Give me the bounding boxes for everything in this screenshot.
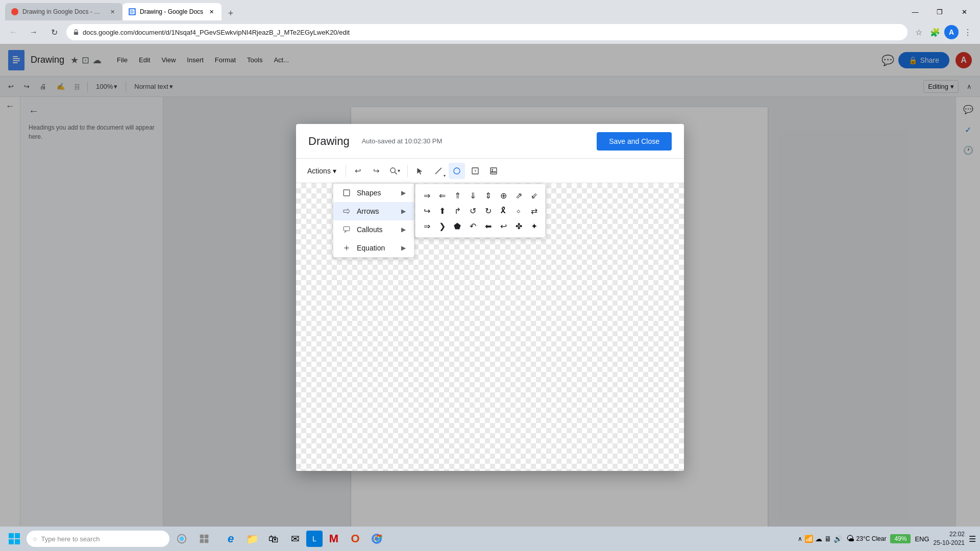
browser-profile-avatar[interactable]: A [944, 25, 959, 39]
drawing-modal: Drawing Auto-saved at 10:02:30 PM Save a… [296, 124, 684, 471]
taskbar-office-icon[interactable]: O [345, 529, 365, 549]
svg-line-12 [395, 172, 397, 174]
arrow-curved-right[interactable]: ↪ [420, 204, 434, 218]
arrow-ribbon[interactable]: 🎗 [496, 204, 510, 218]
start-button[interactable] [4, 529, 24, 549]
taskbar-mcafee-icon[interactable]: M [324, 529, 344, 549]
extensions-icon[interactable]: 🧩 [928, 25, 942, 39]
chrome-logo-icon [371, 533, 383, 545]
callouts-menu-item[interactable]: Callouts ▶ [333, 220, 414, 239]
minimize-button[interactable]: — [903, 3, 927, 20]
arrows-submenu: ⇒ ⇐ ⇑ ⇓ ⇕ ⊕ ⇗ ⇙ ↪ ⬆ ↱ ↺ ↻ 🎗 [415, 184, 546, 238]
arrow-down[interactable]: ⇓ [465, 188, 480, 203]
drawing-redo-btn[interactable]: ↪ [369, 163, 385, 179]
close-button[interactable]: ✕ [952, 3, 976, 20]
arrow-curved-up[interactable]: ↶ [465, 219, 480, 233]
display-tray-icon[interactable]: 🖥 [824, 535, 831, 543]
shapes-tool-btn[interactable] [449, 163, 465, 179]
cortana-button[interactable] [172, 529, 192, 549]
svg-point-14 [454, 168, 460, 174]
svg-rect-27 [15, 539, 20, 544]
arrow-up[interactable]: ⇑ [450, 188, 464, 203]
new-tab-button[interactable]: + [224, 6, 238, 20]
zoom-icon [389, 167, 398, 175]
more-options-icon[interactable]: ⋮ [961, 25, 975, 39]
taskbar-store-icon[interactable]: 🛍 [263, 529, 284, 549]
toolbar-divider-actions [346, 165, 346, 177]
address-bar[interactable]: docs.google.com/document/d/1Nsqaf4_PGevS… [66, 24, 908, 40]
network-icon[interactable]: 📶 [804, 535, 813, 543]
actions-arrow-icon: ▾ [333, 167, 336, 175]
arrow-chevron[interactable]: ❯ [435, 219, 449, 233]
arrow-notched[interactable]: ⬦ [511, 204, 526, 218]
arrow-up-right[interactable]: ⬆ [435, 204, 449, 218]
battery-section: 🌤 23°C Clear [846, 534, 887, 543]
arrow-up-down[interactable]: ⇕ [481, 188, 495, 203]
taskbar-search-bar[interactable]: ○ Type here to search [27, 531, 169, 547]
forward-button[interactable]: → [26, 24, 42, 40]
arrow-loop-right[interactable]: ↻ [481, 204, 495, 218]
browser-tab-1[interactable]: Drawing in Google Docs - Goog ✕ [5, 3, 122, 20]
taskbar-search-placeholder: Type here to search [41, 535, 100, 543]
shapes-item-arrow: ▶ [401, 189, 406, 196]
select-tool-btn[interactable] [412, 163, 428, 179]
task-view-button[interactable] [194, 529, 214, 549]
arrow-bent[interactable]: ↱ [450, 204, 464, 218]
toolbar-divider-zoom [407, 165, 408, 177]
actions-menu-button[interactable]: Actions ▾ [302, 165, 341, 177]
taskbar-files-icon[interactable]: 📁 [242, 529, 262, 549]
arrow-four-way[interactable]: ⊕ [496, 188, 510, 203]
text-tool-btn[interactable]: T [467, 163, 483, 179]
shapes-menu-item[interactable]: Shapes ▶ [333, 184, 414, 202]
battery-indicator[interactable]: 49% [890, 534, 911, 543]
arrow-back[interactable]: ↩ [496, 219, 510, 233]
notification-center-icon[interactable]: ☰ [969, 534, 976, 544]
arrow-diagonal-1[interactable]: ⇗ [511, 188, 526, 203]
arrows-item-arrow: ▶ [401, 208, 406, 215]
arrow-star[interactable]: ✦ [527, 219, 541, 233]
arrows-grid: ⇒ ⇐ ⇑ ⇓ ⇕ ⊕ ⇗ ⇙ ↪ ⬆ ↱ ↺ ↻ 🎗 [420, 188, 541, 233]
back-button[interactable]: ← [5, 24, 21, 40]
svg-line-13 [435, 168, 442, 174]
browser-tab-2[interactable]: Drawing - Google Docs ✕ [122, 3, 222, 20]
system-clock[interactable]: 22:02 25-10-2021 [934, 530, 965, 547]
taskbar-edge-icon[interactable]: e [220, 529, 241, 549]
arrow-cross[interactable]: ✤ [511, 219, 526, 233]
tray-expand-icon[interactable]: ∧ [798, 535, 802, 542]
arrow-left[interactable]: ⇐ [435, 188, 449, 203]
arrow-loop-left[interactable]: ↺ [465, 204, 480, 218]
arrow-pentagon[interactable]: ⬟ [450, 219, 464, 233]
maximize-button[interactable]: ❐ [928, 3, 951, 20]
callouts-item-icon [341, 224, 352, 235]
tab2-close[interactable]: ✕ [207, 8, 215, 16]
arrow-u-turn[interactable]: ⬅ [481, 219, 495, 233]
arrows-menu-item[interactable]: Arrows ▶ [333, 202, 414, 220]
language-indicator: ENG [915, 535, 929, 543]
drawing-undo-btn[interactable]: ↩ [350, 163, 366, 179]
refresh-button[interactable]: ↻ [46, 24, 62, 40]
volume-icon[interactable]: 🔊 [834, 535, 842, 543]
arrow-left-right[interactable]: ⇄ [527, 204, 541, 218]
arrow-right[interactable]: ⇒ [420, 188, 434, 203]
image-tool-btn[interactable] [485, 163, 502, 179]
taskbar-chrome-icon[interactable] [366, 529, 387, 549]
text-box-icon: T [471, 167, 479, 175]
arrow-diagonal-2[interactable]: ⇙ [527, 188, 541, 203]
cloud-tray-icon[interactable]: ☁ [815, 535, 822, 543]
search-circle-icon: ○ [33, 535, 37, 543]
taskbar-mail-icon[interactable]: ✉ [285, 529, 305, 549]
tab1-close[interactable]: ✕ [108, 8, 116, 16]
equation-menu-item[interactable]: Equation ▶ [333, 239, 414, 257]
bookmark-icon[interactable]: ☆ [912, 25, 926, 39]
drawing-zoom-btn[interactable]: ▾ [387, 163, 403, 179]
taskbar-pinned-apps: e 📁 🛍 ✉ L M O [220, 529, 387, 549]
equation-item-icon [341, 243, 352, 253]
svg-rect-25 [15, 533, 20, 538]
tab2-title: Drawing - Google Docs [140, 8, 203, 15]
taskbar-lync-icon[interactable]: L [306, 531, 323, 547]
save-and-close-button[interactable]: Save and Close [597, 132, 672, 151]
line-tool-btn[interactable]: ▾ [430, 163, 447, 179]
svg-rect-33 [205, 539, 209, 543]
arrow-double-right[interactable]: ⇒ [420, 219, 434, 233]
equation-shape-icon [343, 244, 350, 252]
